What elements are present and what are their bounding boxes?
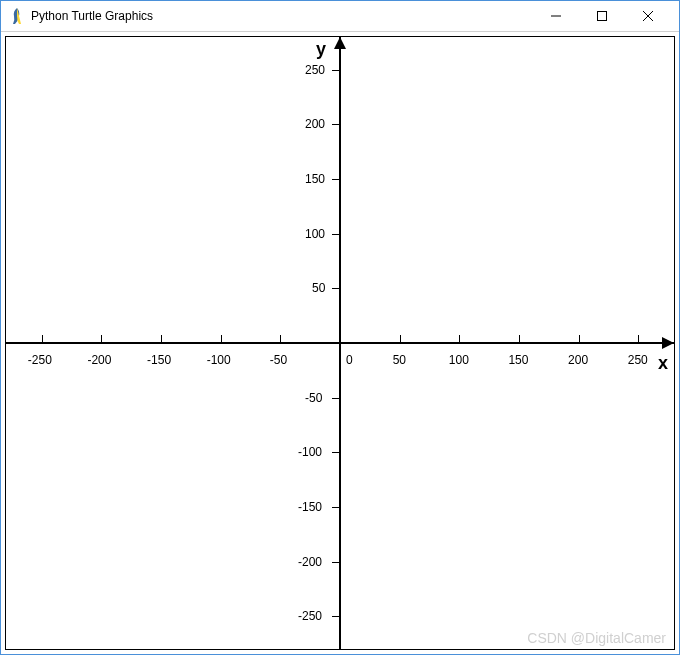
y-axis-label: y bbox=[316, 39, 326, 60]
y-tick-label: 250 bbox=[305, 63, 325, 77]
x-tick-label: -250 bbox=[28, 353, 52, 367]
window-controls bbox=[533, 1, 671, 31]
window-title: Python Turtle Graphics bbox=[31, 9, 533, 23]
turtle-canvas: CSDN @DigitalCamer xy0-250-200-150-100-5… bbox=[5, 36, 675, 650]
y-tick bbox=[332, 234, 340, 235]
x-tick-label: -50 bbox=[270, 353, 287, 367]
svg-rect-1 bbox=[598, 12, 607, 21]
python-feather-icon bbox=[9, 8, 25, 24]
x-axis-label: x bbox=[658, 353, 668, 374]
x-tick-label: -200 bbox=[87, 353, 111, 367]
y-tick-label: 100 bbox=[305, 227, 325, 241]
y-tick bbox=[332, 398, 340, 399]
close-button[interactable] bbox=[625, 1, 671, 31]
origin-label: 0 bbox=[346, 353, 353, 367]
maximize-button[interactable] bbox=[579, 1, 625, 31]
y-tick bbox=[332, 616, 340, 617]
x-tick-label: 150 bbox=[508, 353, 528, 367]
y-axis bbox=[339, 37, 341, 649]
y-tick bbox=[332, 562, 340, 563]
x-tick bbox=[161, 335, 162, 343]
x-tick-label: 50 bbox=[393, 353, 406, 367]
x-tick-label: -150 bbox=[147, 353, 171, 367]
y-tick bbox=[332, 179, 340, 180]
x-tick-label: 100 bbox=[449, 353, 469, 367]
y-tick bbox=[332, 507, 340, 508]
y-tick-label: 50 bbox=[312, 281, 325, 295]
y-tick bbox=[332, 452, 340, 453]
y-tick-label: -200 bbox=[298, 555, 322, 569]
y-tick-label: 150 bbox=[305, 172, 325, 186]
x-tick bbox=[638, 335, 639, 343]
titlebar: Python Turtle Graphics bbox=[1, 1, 679, 32]
x-tick bbox=[519, 335, 520, 343]
y-tick bbox=[332, 288, 340, 289]
minimize-button[interactable] bbox=[533, 1, 579, 31]
x-tick-label: -100 bbox=[207, 353, 231, 367]
x-tick bbox=[42, 335, 43, 343]
x-tick bbox=[101, 335, 102, 343]
x-tick bbox=[280, 335, 281, 343]
content-area: CSDN @DigitalCamer xy0-250-200-150-100-5… bbox=[1, 32, 679, 654]
x-tick bbox=[400, 335, 401, 343]
watermark-text: CSDN @DigitalCamer bbox=[527, 630, 666, 646]
window-frame: Python Turtle Graphics CSDN @DigitalCame… bbox=[0, 0, 680, 655]
x-tick bbox=[221, 335, 222, 343]
y-tick-label: 200 bbox=[305, 117, 325, 131]
y-tick-label: -100 bbox=[298, 445, 322, 459]
x-tick bbox=[579, 335, 580, 343]
x-tick bbox=[459, 335, 460, 343]
x-axis-arrowhead bbox=[662, 337, 674, 349]
y-tick bbox=[332, 70, 340, 71]
y-tick bbox=[332, 124, 340, 125]
y-axis-arrowhead bbox=[334, 37, 346, 49]
y-tick-label: -250 bbox=[298, 609, 322, 623]
y-tick-label: -50 bbox=[305, 391, 322, 405]
x-tick-label: 200 bbox=[568, 353, 588, 367]
x-tick-label: 250 bbox=[628, 353, 648, 367]
y-tick-label: -150 bbox=[298, 500, 322, 514]
